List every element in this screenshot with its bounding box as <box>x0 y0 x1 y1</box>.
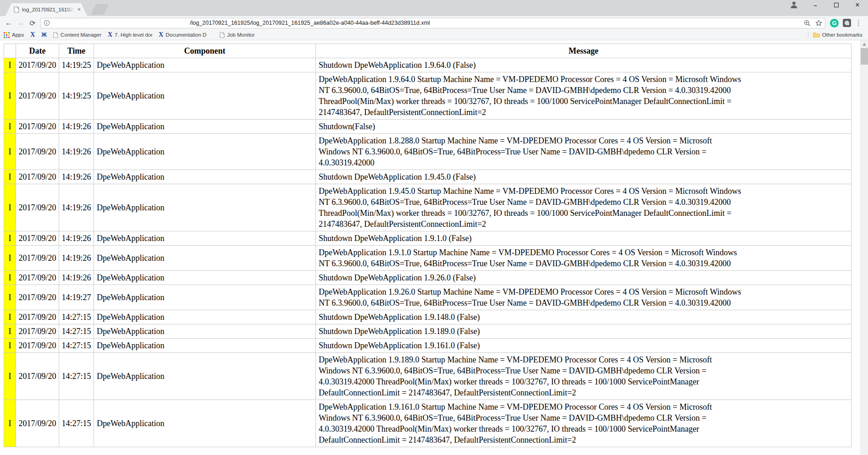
table-row: I 2017/09/20 14:19:26 DpeWebApplication … <box>4 170 851 184</box>
window-minimize-button[interactable]: – <box>805 2 826 9</box>
log-component: DpeWebApplication <box>94 339 316 353</box>
log-time: 14:27:15 <box>59 324 94 339</box>
log-date: 2017/09/20 <box>16 246 59 271</box>
log-component: DpeWebApplication <box>94 120 316 134</box>
table-row: I 2017/09/20 14:19:25 DpeWebApplication … <box>4 72 851 120</box>
log-component: DpeWebApplication <box>94 271 316 285</box>
apps-shortcut[interactable]: Apps <box>4 32 24 38</box>
log-component: DpeWebApplication <box>94 285 316 310</box>
level-badge: I <box>4 324 16 339</box>
log-component: DpeWebApplication <box>94 324 316 339</box>
log-date: 2017/09/20 <box>16 400 59 447</box>
bookmark-content-manager[interactable]: Content Manager <box>53 32 101 38</box>
other-bookmarks-button[interactable]: Other bookmarks <box>813 32 862 38</box>
log-message: DpeWebApplication 1.9.161.0 Startup Mach… <box>316 400 851 447</box>
bookmark-documentation-dpe[interactable]: X Documentation DPE <box>159 32 207 38</box>
bookmark-crown-logo[interactable]: Ж <box>41 32 47 38</box>
page-info-icon[interactable] <box>44 20 50 26</box>
bookmarks-bar: Apps X Ж Content Manager X 7. High level… <box>0 30 868 40</box>
url-text: /log_20170921_161925/log_20170921_161925… <box>50 20 804 26</box>
level-badge: I <box>4 285 16 310</box>
log-time: 14:27:15 <box>59 353 94 400</box>
x-logo-icon: X <box>30 32 35 38</box>
table-row: I 2017/09/20 14:19:27 DpeWebApplication … <box>4 285 851 310</box>
log-message: DpeWebApplication 1.9.1.0 Startup Machin… <box>316 246 851 271</box>
scrollbar-thumb[interactable] <box>861 48 868 65</box>
grammarly-extension-icon[interactable]: G <box>830 19 839 27</box>
bookmark-star-icon[interactable] <box>815 20 822 27</box>
table-header-row: Date Time Component Message <box>4 44 851 58</box>
log-date: 2017/09/20 <box>16 324 59 339</box>
new-tab-button[interactable] <box>91 4 109 15</box>
zoom-level-icon[interactable] <box>804 20 811 27</box>
log-message: DpeWebApplication 1.8.288.0 Startup Mach… <box>316 134 851 170</box>
log-component: DpeWebApplication <box>94 310 316 324</box>
log-date: 2017/09/20 <box>16 58 59 72</box>
log-time: 14:19:27 <box>59 285 94 310</box>
message-column-header: Message <box>316 44 851 58</box>
profile-icon[interactable] <box>790 0 798 9</box>
document-favicon-icon <box>14 6 19 13</box>
log-message: DpeWebApplication 1.9.64.0 Startup Machi… <box>316 72 851 120</box>
table-row: I 2017/09/20 14:27:15 DpeWebApplication … <box>4 353 851 400</box>
log-message: Shutdown DpeWebApplication 1.9.45.0 (Fal… <box>316 170 851 184</box>
log-date: 2017/09/20 <box>16 134 59 170</box>
log-date: 2017/09/20 <box>16 231 59 246</box>
log-component: DpeWebApplication <box>94 246 316 271</box>
apps-grid-icon <box>4 32 10 38</box>
bookmark-job-monitor[interactable]: Job Monitor <box>220 32 254 38</box>
table-row: I 2017/09/20 14:19:26 DpeWebApplication … <box>4 120 851 134</box>
bookmark-high-level-document[interactable]: X 7. High level docume <box>108 32 152 38</box>
address-bar[interactable]: /log_20170921_161925/log_20170921_161925… <box>40 18 825 28</box>
forward-button[interactable]: → <box>15 19 27 27</box>
page-icon <box>53 32 58 38</box>
log-time: 14:19:26 <box>59 231 94 246</box>
back-button[interactable]: ← <box>3 19 15 27</box>
log-component: DpeWebApplication <box>94 72 316 120</box>
log-time: 14:19:26 <box>59 120 94 134</box>
log-message: DpeWebApplication 1.9.26.0 Startup Machi… <box>316 285 851 310</box>
log-date: 2017/09/20 <box>16 285 59 310</box>
level-badge: I <box>4 310 16 324</box>
log-date: 2017/09/20 <box>16 120 59 134</box>
bookmark-label: Content Manager <box>61 32 101 38</box>
log-time: 14:19:26 <box>59 134 94 170</box>
table-row: I 2017/09/20 14:27:15 DpeWebApplication … <box>4 339 851 353</box>
date-column-header: Date <box>16 44 59 58</box>
table-row: I 2017/09/20 14:27:15 DpeWebApplication … <box>4 400 851 447</box>
other-bookmarks-label: Other bookmarks <box>822 32 862 38</box>
level-badge: I <box>4 400 16 447</box>
level-badge: I <box>4 120 16 134</box>
level-column-header <box>4 44 16 58</box>
apps-label: Apps <box>12 32 24 38</box>
scrollbar-up-arrow-icon[interactable] <box>862 43 866 46</box>
log-date: 2017/09/20 <box>16 310 59 324</box>
bookmark-label: Job Monitor <box>227 32 254 38</box>
log-date: 2017/09/20 <box>16 339 59 353</box>
log-time: 14:19:26 <box>59 170 94 184</box>
vertical-scrollbar[interactable] <box>860 40 868 455</box>
log-date: 2017/09/20 <box>16 353 59 400</box>
browser-menu-icon[interactable]: ⋮ <box>855 19 862 27</box>
log-date: 2017/09/20 <box>16 72 59 120</box>
extension-icon[interactable] <box>843 19 851 27</box>
level-badge: I <box>4 353 16 400</box>
tab-close-icon[interactable]: × <box>77 6 81 13</box>
browser-tab[interactable]: log_20170921_161925_ae × <box>6 3 87 16</box>
log-component: DpeWebApplication <box>94 231 316 246</box>
bookmark-label: 7. High level docume <box>115 32 152 38</box>
window-close-button[interactable]: × <box>847 1 868 9</box>
reload-button[interactable]: ⟳ <box>27 19 39 27</box>
level-badge: I <box>4 231 16 246</box>
log-message: Shutdown(False) <box>316 120 851 134</box>
bookmark-x-logo[interactable]: X <box>30 32 35 38</box>
window-maximize-button[interactable] <box>826 2 847 9</box>
page-content: Date Time Component Message I 2017/09/20… <box>0 40 868 455</box>
log-message: Shutdown DpeWebApplication 1.9.1.0 (Fals… <box>316 231 851 246</box>
level-badge: I <box>4 271 16 285</box>
log-time: 14:27:15 <box>59 310 94 324</box>
log-message: Shutdown DpeWebApplication 1.9.64.0 (Fal… <box>316 58 851 72</box>
log-time: 14:19:25 <box>59 58 94 72</box>
table-row: I 2017/09/20 14:19:26 DpeWebApplication … <box>4 231 851 246</box>
log-time: 14:19:25 <box>59 72 94 120</box>
